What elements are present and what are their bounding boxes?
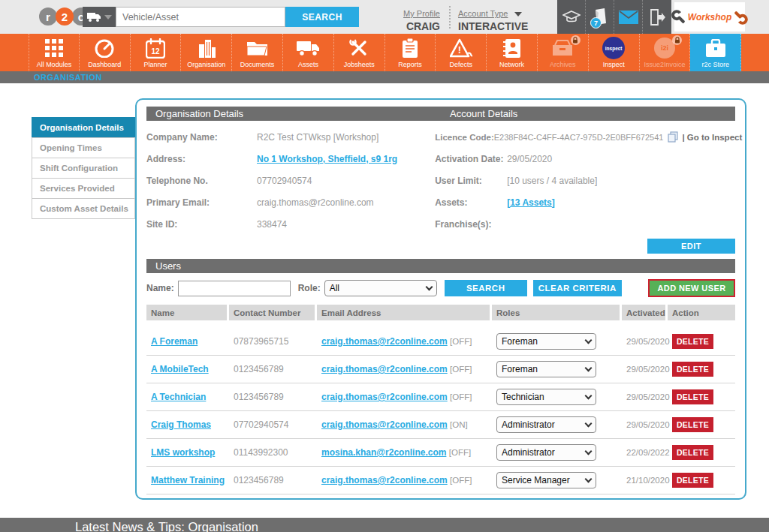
- nav-reports[interactable]: Reports: [385, 34, 436, 71]
- nav-dashboard[interactable]: Dashboard: [80, 34, 131, 71]
- nav-assets[interactable]: Assets: [283, 34, 334, 71]
- user-row: Matthew Training 0123456789 craig.thomas…: [146, 467, 735, 494]
- user-email-link[interactable]: mosina.khan@r2conline.com: [321, 447, 446, 458]
- my-profile-label[interactable]: My Profile: [403, 9, 440, 18]
- sidebar-item-custom-asset-details[interactable]: Custom Asset Details: [32, 198, 135, 219]
- column-header: Email Address: [317, 305, 490, 320]
- user-role-select[interactable]: Service Manager: [496, 472, 596, 488]
- delete-button[interactable]: DELETE: [672, 445, 713, 460]
- user-contact: 01143992300: [229, 447, 315, 458]
- search-button[interactable]: SEARCH: [285, 7, 359, 27]
- user-email-link[interactable]: craig.thomas@r2conline.com: [321, 475, 448, 485]
- account-type-dropdown[interactable]: Account Type INTERACTIVE: [458, 6, 526, 32]
- chevron-down-icon: [585, 392, 593, 400]
- users-table-body: A Foreman 07873965715 craig.thomas@r2con…: [146, 328, 735, 494]
- sidebar-item-shift-configuration[interactable]: Shift Configuration: [32, 158, 135, 179]
- user-name-link[interactable]: LMS workshop: [151, 447, 215, 458]
- users-table-header: Name Contact Number Email Address Roles …: [146, 305, 735, 320]
- calendar-icon: 12: [146, 37, 165, 59]
- sidebar-item-organisation-details[interactable]: Organisation Details: [32, 117, 135, 138]
- franchise-label: Franchise(s):: [435, 219, 507, 230]
- edit-button[interactable]: EDIT: [647, 239, 735, 254]
- org-sidebar: Organisation Details Opening Times Shift…: [32, 118, 135, 219]
- user-email-link[interactable]: craig.thomas@r2conline.com: [321, 336, 448, 347]
- user-role-value: Technician: [502, 392, 544, 402]
- user-role-select[interactable]: Administrator: [496, 416, 596, 433]
- nav-network[interactable]: Network: [487, 34, 538, 71]
- delete-button[interactable]: DELETE: [672, 362, 713, 377]
- user-activated-date: 29/05/2020: [622, 420, 665, 429]
- user-role-select[interactable]: Administrator: [496, 444, 596, 461]
- notifications-button[interactable]: 7: [586, 0, 614, 34]
- delete-button[interactable]: DELETE: [672, 334, 713, 349]
- address-link[interactable]: No 1 Workshop, Sheffield, s9 1rg: [257, 154, 397, 164]
- nav-organisation[interactable]: Organisation: [181, 34, 232, 71]
- nav-documents[interactable]: Documents: [232, 34, 283, 71]
- user-role-select[interactable]: Foreman: [496, 333, 596, 350]
- r2c-logo[interactable]: r 2 c: [39, 8, 89, 26]
- logo-r: r: [39, 8, 57, 26]
- user-status: [OFF]: [450, 337, 472, 346]
- licence-code-value: E238F84C-C4FF-4AC7-975D-2E0BFF672541: [494, 133, 664, 142]
- go-to-inspect-link[interactable]: | Go to Inspect: [682, 133, 742, 142]
- add-new-user-button[interactable]: ADD NEW USER: [648, 279, 735, 297]
- user-email-link[interactable]: craig.thomas@r2conline.com: [321, 419, 448, 430]
- sidebar-item-opening-times[interactable]: Opening Times: [32, 137, 135, 158]
- user-limit-label: User Limit:: [435, 176, 507, 186]
- workshop-logo[interactable]: Workshop: [674, 2, 745, 32]
- users-search-button[interactable]: SEARCH: [445, 280, 527, 296]
- chevron-down-icon: [585, 365, 593, 372]
- nav-jobsheets[interactable]: Jobsheets: [334, 34, 385, 71]
- user-name-link[interactable]: Craig Thomas: [151, 419, 211, 430]
- role-filter-select[interactable]: All: [324, 280, 437, 296]
- delete-button[interactable]: DELETE: [672, 389, 713, 404]
- chevron-down-icon: [585, 448, 593, 455]
- my-profile-link[interactable]: My Profile CRAIG: [394, 6, 440, 32]
- org-details-fields: Company Name:R2C Test CTWksp [Workshop] …: [146, 126, 435, 235]
- nav-planner[interactable]: 12 Planner: [131, 34, 182, 71]
- nav-archives[interactable]: Archives: [538, 34, 589, 71]
- user-role-select[interactable]: Foreman: [496, 361, 596, 377]
- nav-defects[interactable]: ! Defects: [436, 34, 487, 71]
- clear-criteria-button[interactable]: CLEAR CRITERIA: [533, 280, 622, 296]
- delete-button[interactable]: DELETE: [672, 417, 713, 432]
- user-email-link[interactable]: craig.thomas@r2conline.com: [321, 392, 448, 402]
- nav-inspect[interactable]: inspect Inspect: [589, 34, 640, 71]
- user-name-link[interactable]: A Technician: [151, 392, 206, 402]
- account-type-label[interactable]: Account Type: [458, 9, 508, 18]
- chevron-down-icon: [425, 284, 433, 291]
- top-icon-tray: 7: [557, 0, 671, 34]
- module-nav: All Modules Dashboard 12 Planner Organis…: [0, 34, 769, 71]
- column-header: Activated: [622, 305, 665, 320]
- user-row: A Technician 0123456789 craig.thomas@r2c…: [146, 383, 735, 411]
- company-name-label: Company Name:: [146, 132, 257, 143]
- sidebar-item-services-provided[interactable]: Services Provided: [32, 178, 135, 199]
- user-role-select[interactable]: Technician: [496, 389, 596, 405]
- training-button[interactable]: [557, 0, 586, 34]
- nav-r2c-store[interactable]: r2c Store: [690, 34, 741, 71]
- user-limit-value: [10 users / 4 available]: [507, 176, 597, 186]
- user-email-link[interactable]: craig.thomas@r2conline.com: [321, 364, 448, 374]
- user-name-link[interactable]: A MobileTech: [151, 364, 209, 374]
- messages-button[interactable]: [614, 0, 643, 34]
- user-status: [ON]: [450, 420, 468, 429]
- vehicle-search-input[interactable]: [116, 7, 285, 27]
- user-activated-date: 29/05/2020: [622, 337, 665, 346]
- user-contact: 0123456789: [229, 475, 315, 485]
- search-type-dropdown[interactable]: [83, 7, 116, 27]
- nav-all-modules[interactable]: All Modules: [29, 34, 80, 71]
- delete-button[interactable]: DELETE: [672, 473, 713, 488]
- user-role-value: Administrator: [502, 419, 555, 430]
- copy-icon[interactable]: [668, 131, 679, 143]
- user-name-link[interactable]: A Foreman: [151, 336, 198, 347]
- name-filter-input[interactable]: [178, 281, 291, 296]
- logout-button[interactable]: [643, 0, 671, 34]
- user-status: [OFF]: [450, 476, 472, 485]
- site-id-label: Site ID:: [146, 219, 257, 230]
- user-name-link[interactable]: Matthew Training: [151, 475, 225, 485]
- user-role-value: Foreman: [502, 336, 538, 347]
- nav-issue2invoice[interactable]: i2i Issue2Invoice: [640, 34, 691, 71]
- buildings-icon: [197, 37, 216, 59]
- logout-door-icon: [649, 9, 665, 26]
- assets-link[interactable]: [13 Assets]: [507, 197, 555, 208]
